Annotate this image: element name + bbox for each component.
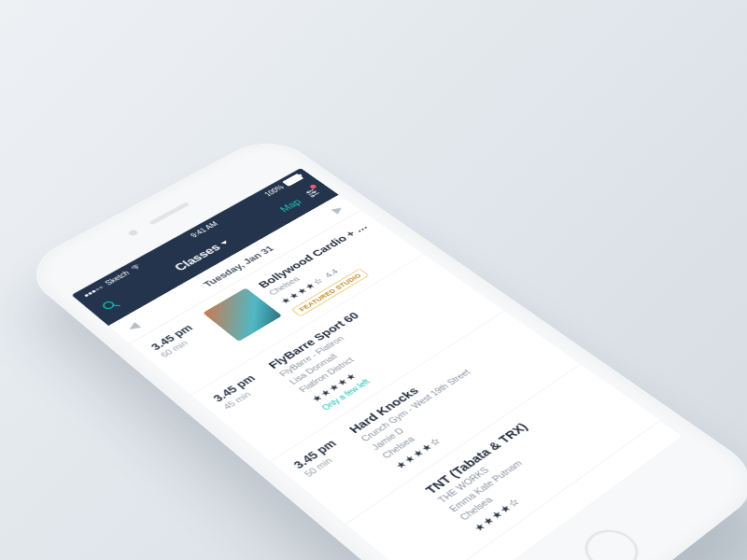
wifi-icon <box>128 262 143 273</box>
svg-point-6 <box>307 191 311 193</box>
svg-point-7 <box>312 191 316 193</box>
next-day-button[interactable]: ▶ <box>330 204 345 215</box>
screen: Sketch 9:41 AM 100% Classes <box>72 168 684 560</box>
phone-frame: Sketch 9:41 AM 100% Classes <box>16 132 747 560</box>
phone-camera <box>127 229 139 236</box>
svg-point-8 <box>311 195 315 197</box>
search-icon[interactable] <box>98 297 126 315</box>
svg-point-1 <box>102 301 116 310</box>
map-link[interactable]: Map <box>277 197 303 213</box>
svg-line-2 <box>114 303 120 308</box>
time-col <box>366 494 472 560</box>
class-thumbnail <box>203 287 282 342</box>
phone-speaker <box>148 202 190 225</box>
chevron-down-icon <box>220 240 229 245</box>
filter-icon[interactable] <box>302 187 323 201</box>
home-button[interactable] <box>573 522 649 560</box>
svg-point-0 <box>136 268 138 269</box>
prev-day-button[interactable]: ◀ <box>125 320 142 332</box>
